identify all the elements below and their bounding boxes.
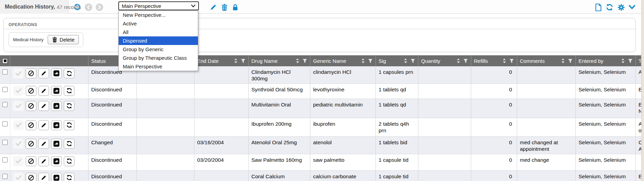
- refills-cell: 0: [471, 171, 517, 181]
- row-checkbox[interactable]: [2, 69, 8, 75]
- sort-icon[interactable]: [404, 58, 407, 64]
- forward-button[interactable]: [51, 173, 62, 181]
- lock-icon[interactable]: [231, 3, 239, 11]
- operations-heading: OPERATIONS: [4, 18, 635, 29]
- comments-cell: [517, 99, 576, 118]
- gear-icon[interactable]: [617, 3, 625, 11]
- delete-button[interactable]: Delete: [48, 35, 79, 44]
- forward-button[interactable]: [51, 86, 62, 96]
- sort-icon[interactable]: [234, 58, 238, 64]
- discontinue-button[interactable]: [26, 68, 36, 78]
- forward-button[interactable]: [51, 68, 62, 78]
- check-icon: [15, 122, 22, 128]
- discontinue-button[interactable]: [26, 173, 36, 181]
- entered-by-cell: Selenium, Selenium: [576, 84, 636, 99]
- edit-button[interactable]: [38, 86, 49, 96]
- column-header[interactable]: Drug Name: [249, 55, 310, 66]
- circle-slash-icon: [28, 70, 34, 77]
- generic-name-cell: atenolol: [310, 137, 376, 154]
- edit-button[interactable]: [38, 139, 49, 149]
- sort-icon[interactable]: [621, 58, 625, 64]
- column-header-label: Comments: [520, 58, 561, 64]
- edit-button[interactable]: [38, 101, 49, 111]
- undo-icon[interactable]: [73, 3, 81, 11]
- row-select-cell: [0, 171, 10, 181]
- sort-icon[interactable]: [561, 58, 565, 64]
- perspective-menu-item[interactable]: Group by Therapeutic Class: [119, 54, 198, 62]
- column-header[interactable]: Generic Name: [310, 55, 376, 66]
- column-header[interactable]: Sig: [376, 55, 418, 66]
- renew-button[interactable]: [64, 86, 74, 96]
- filter-icon[interactable]: [241, 59, 246, 63]
- renew-button[interactable]: [64, 156, 74, 166]
- renew-button[interactable]: [64, 139, 74, 149]
- forward-button[interactable]: [51, 156, 62, 166]
- truncated-cell: E: [636, 171, 641, 181]
- edit-button[interactable]: [38, 156, 49, 166]
- select-all-header-cell[interactable]: [0, 55, 10, 66]
- perspective-menu-item[interactable]: Dispensed: [119, 36, 198, 45]
- row-checkbox[interactable]: [2, 87, 8, 92]
- new-document-icon[interactable]: [594, 3, 603, 11]
- filter-icon[interactable]: [628, 59, 633, 63]
- refills-cell: 0: [471, 154, 517, 170]
- collapse-chevron-icon[interactable]: [628, 3, 636, 11]
- approve-button: [13, 101, 24, 111]
- edit-button[interactable]: [38, 173, 49, 181]
- renew-button[interactable]: [64, 101, 74, 111]
- pencil-icon: [41, 70, 47, 76]
- refills-cell: 0: [471, 66, 517, 83]
- forward-button[interactable]: [51, 139, 62, 149]
- renew-button[interactable]: [64, 68, 74, 78]
- discontinue-button[interactable]: [26, 86, 36, 96]
- row-checkbox[interactable]: [2, 121, 8, 126]
- sort-icon[interactable]: [502, 58, 506, 64]
- next-perspective-button[interactable]: [96, 3, 103, 11]
- filter-icon[interactable]: [463, 59, 468, 63]
- column-header[interactable]: Quantity: [418, 55, 471, 66]
- forward-button[interactable]: [51, 101, 62, 111]
- column-header[interactable]: End Date: [194, 55, 249, 66]
- discontinue-button[interactable]: [26, 139, 36, 149]
- end-date-cell: [194, 118, 249, 136]
- edit-perspective-icon[interactable]: [209, 3, 217, 11]
- row-checkbox[interactable]: [2, 174, 8, 179]
- sort-icon[interactable]: [361, 58, 365, 64]
- filter-icon[interactable]: [509, 59, 514, 63]
- edit-button[interactable]: [38, 68, 49, 78]
- column-header[interactable]: T: [636, 55, 641, 66]
- delete-perspective-icon[interactable]: [220, 3, 228, 11]
- discontinue-button[interactable]: [26, 120, 36, 130]
- column-header[interactable]: Refills: [471, 55, 517, 66]
- sort-icon[interactable]: [296, 58, 299, 64]
- filter-icon[interactable]: [410, 59, 415, 63]
- perspective-menu-item[interactable]: Main Perspective: [119, 62, 198, 71]
- discontinue-button[interactable]: [26, 156, 36, 166]
- perspective-menu-item[interactable]: New Perspective...: [119, 11, 198, 19]
- perspective-menu-item[interactable]: All: [119, 28, 198, 36]
- perspective-menu-item[interactable]: Group by Generic: [119, 45, 198, 54]
- select-all-checkbox[interactable]: [2, 58, 8, 64]
- refresh-icon[interactable]: [605, 3, 613, 11]
- row-checkbox[interactable]: [2, 140, 8, 145]
- row-checkbox[interactable]: [2, 102, 8, 107]
- pencil-icon: [41, 103, 47, 109]
- filter-icon[interactable]: [368, 59, 373, 63]
- row-checkbox[interactable]: [2, 157, 8, 162]
- discontinue-button[interactable]: [26, 101, 36, 111]
- sort-icon[interactable]: [456, 58, 460, 64]
- end-date-cell: [194, 99, 249, 118]
- perspective-menu-item[interactable]: Active: [119, 19, 198, 28]
- perspective-select[interactable]: Main Perspective: [118, 1, 199, 10]
- filter-icon[interactable]: [568, 59, 573, 63]
- column-header[interactable]: Entered by: [576, 55, 636, 66]
- previous-perspective-button[interactable]: [85, 3, 92, 11]
- column-header[interactable]: Comments: [517, 55, 576, 66]
- sig-cell: 1 capsules prn: [376, 66, 418, 83]
- edit-button[interactable]: [38, 120, 49, 130]
- forward-button[interactable]: [51, 120, 62, 130]
- filter-icon[interactable]: [302, 59, 307, 63]
- renew-button[interactable]: [64, 120, 74, 130]
- chevron-down-icon: [191, 4, 195, 8]
- renew-button[interactable]: [64, 173, 74, 181]
